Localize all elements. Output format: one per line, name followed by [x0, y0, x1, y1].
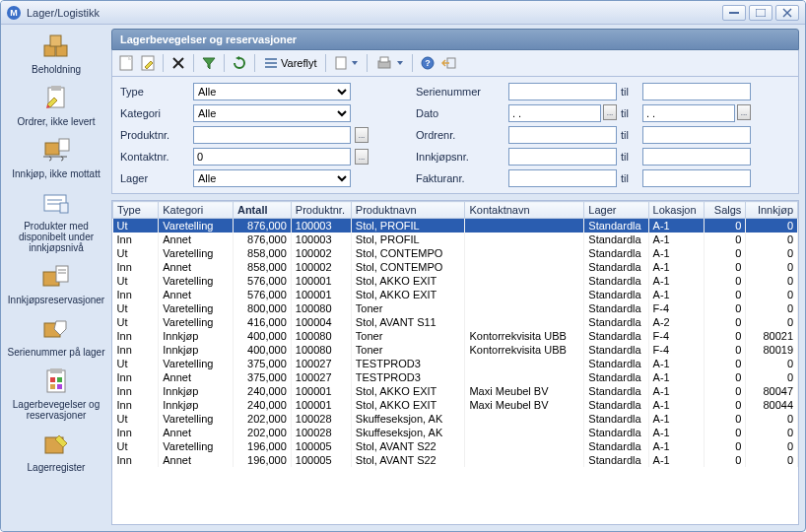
tag-icon [40, 313, 72, 345]
svg-rect-21 [50, 368, 62, 373]
ordrenr-from-input[interactable] [508, 126, 617, 144]
table-row[interactable]: InnInnkjøp240,000100001Stol, AKKO EXITMa… [113, 398, 798, 412]
produktnr-input[interactable] [193, 126, 351, 144]
notes-icon [40, 187, 72, 219]
produktnr-label: Produktnr. [120, 129, 189, 141]
filter-button[interactable] [199, 53, 219, 73]
dato-to-input[interactable] [642, 104, 735, 122]
col-header[interactable]: Produktnavn [351, 202, 465, 219]
col-header[interactable]: Type [113, 202, 159, 219]
col-header[interactable]: Kategori [159, 202, 234, 219]
kontaktnr-input[interactable] [193, 148, 351, 166]
svg-rect-22 [50, 377, 55, 382]
clipboard-color-icon [40, 366, 72, 397]
fakturanr-to-input[interactable] [642, 169, 751, 187]
table-row[interactable]: InnInnkjøp240,000100001Stol, AKKO EXITMa… [113, 384, 798, 398]
sidebar-item-disponibelt[interactable]: Produkter med disponibelt under innkjøps… [3, 185, 109, 259]
lager-select[interactable]: Alle [193, 169, 351, 187]
table-row[interactable]: UtVaretelling375,000100027TESTPROD3Stand… [113, 357, 798, 370]
sidebar-item-ordrer[interactable]: Ordrer, ikke levert [3, 81, 109, 133]
app-icon: M [7, 6, 21, 20]
col-header[interactable]: Innkjøp [746, 202, 798, 219]
exit-button[interactable] [439, 53, 459, 73]
svg-rect-1 [756, 9, 766, 17]
vareflyt-button[interactable]: Vareflyt [260, 53, 320, 73]
table-row[interactable]: InnAnnet858,000100002Stol, CONTEMPOStand… [113, 260, 798, 274]
svg-rect-24 [50, 384, 55, 389]
table-row[interactable]: UtVaretelling876,000100003Stol, PROFILSt… [113, 219, 798, 233]
sidebar-item-beholdning[interactable]: Beholdning [3, 29, 109, 81]
svg-rect-8 [51, 86, 61, 91]
table-row[interactable]: InnAnnet576,000100001Stol, AKKO EXITStan… [113, 288, 798, 301]
type-select[interactable]: Alle [193, 83, 351, 100]
table-row[interactable]: InnAnnet876,000100003Stol, PROFILStandar… [113, 233, 798, 246]
svg-text:?: ? [426, 58, 432, 68]
table-row[interactable]: UtVaretelling202,000100028Skuffeseksjon,… [113, 412, 798, 426]
col-header[interactable]: Kontaktnavn [465, 202, 584, 219]
maximize-button[interactable] [749, 5, 772, 21]
fakturanr-from-input[interactable] [508, 169, 617, 187]
table-row[interactable]: UtVaretelling800,000100080TonerStandardl… [113, 301, 798, 315]
serienummer-label: Serienummer [416, 86, 504, 98]
close-button[interactable] [775, 5, 799, 21]
table-row[interactable]: UtVaretelling196,000100005Stol, AVANT S2… [113, 439, 798, 453]
til-label: til [621, 107, 638, 119]
sidebar-item-label: Lagerbevegelser og reservasjoner [4, 399, 108, 421]
table-row[interactable]: InnAnnet202,000100028Skuffeseksjon, AKSt… [113, 426, 798, 439]
sidebar-item-lagerregister[interactable]: Lagerregister [3, 427, 109, 479]
innkjopsnr-from-input[interactable] [508, 148, 617, 166]
svg-rect-16 [56, 266, 68, 282]
dato-from-picker[interactable]: ... [603, 104, 617, 120]
table-row[interactable]: UtVaretelling576,000100001Stol, AKKO EXI… [113, 274, 798, 288]
sidebar: Beholdning Ordrer, ikke levert Innkjøp, … [1, 25, 111, 531]
refresh-button[interactable] [230, 53, 249, 73]
table-row[interactable]: InnAnnet375,000100027TESTPROD3Standardla… [113, 370, 798, 384]
vareflyt-label: Vareflyt [281, 57, 316, 69]
col-header[interactable]: Produktnr. [291, 202, 351, 219]
sidebar-item-label: Innkjøp, ikke mottatt [4, 168, 108, 179]
sidebar-item-label: Lagerregister [4, 462, 108, 473]
ordrenr-to-input[interactable] [642, 126, 751, 144]
kategori-select[interactable]: Alle [193, 104, 351, 122]
dato-from-input[interactable] [508, 104, 601, 122]
col-header[interactable]: Lager [584, 202, 648, 219]
kontaktnr-picker[interactable]: ... [355, 149, 369, 165]
svg-rect-23 [57, 377, 62, 382]
chevron-down-icon [397, 61, 403, 65]
sidebar-item-innkjop[interactable]: Innkjøp, ikke mottatt [3, 133, 109, 185]
til-label: til [621, 151, 638, 163]
grid: TypeKategoriAntallProduktnr.ProduktnavnK… [111, 200, 799, 525]
new-button[interactable] [116, 53, 136, 73]
help-button[interactable]: ? [418, 53, 437, 73]
edit-button[interactable] [138, 53, 158, 73]
serienummer-from-input[interactable] [508, 83, 617, 100]
col-header[interactable]: Antall [233, 202, 291, 219]
table-row[interactable]: UtVaretelling416,000100004Stol, AVANT S1… [113, 315, 798, 329]
grid-scroll[interactable]: TypeKategoriAntallProduktnr.ProduktnavnK… [112, 201, 798, 524]
minimize-button[interactable] [722, 5, 746, 21]
table-row[interactable]: InnInnkjøp400,000100080TonerKontorrekvis… [113, 329, 798, 343]
table-row[interactable]: InnAnnet196,000100005Stol, AVANT S22Stan… [113, 453, 798, 467]
fakturanr-label: Fakturanr. [416, 172, 504, 184]
ordrenr-label: Ordrenr. [416, 129, 504, 141]
produktnr-picker[interactable]: ... [355, 127, 369, 143]
titlebar: M Lager/Logistikk [1, 1, 805, 25]
doc-menu-button[interactable] [331, 53, 362, 73]
print-menu-button[interactable] [372, 53, 407, 73]
svg-rect-5 [56, 45, 67, 56]
table-row[interactable]: InnInnkjøp400,000100080TonerKontorrekvis… [113, 343, 798, 357]
svg-rect-10 [59, 139, 69, 151]
filter-panel: Type Alle Serienummer til Kategori Alle … [111, 77, 799, 194]
serienummer-to-input[interactable] [642, 83, 751, 100]
svg-rect-6 [50, 35, 61, 46]
delete-button[interactable] [168, 53, 188, 73]
col-header[interactable]: Lokasjon [648, 202, 705, 219]
innkjopsnr-to-input[interactable] [642, 148, 751, 166]
lager-label: Lager [120, 172, 189, 184]
sidebar-item-serienummer[interactable]: Serienummer på lager [3, 311, 109, 364]
dato-to-picker[interactable]: ... [737, 104, 751, 120]
sidebar-item-reservasjoner[interactable]: Innkjøpsreservasjoner [3, 259, 109, 311]
col-header[interactable]: Salgs [705, 202, 746, 219]
table-row[interactable]: UtVaretelling858,000100002Stol, CONTEMPO… [113, 246, 798, 260]
sidebar-item-bevegelser[interactable]: Lagerbevegelser og reservasjoner [3, 364, 109, 427]
